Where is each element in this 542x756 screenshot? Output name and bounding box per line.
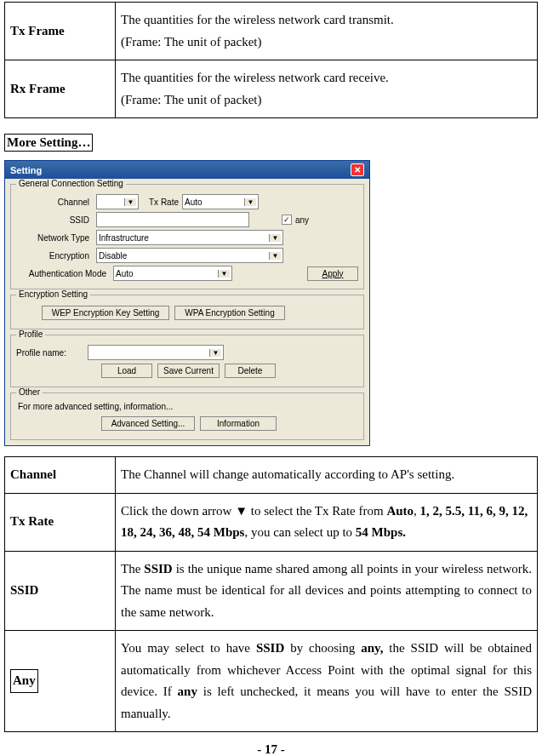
chevron-down-icon[interactable]: ▼ <box>244 198 256 206</box>
page-number: - 17 - <box>4 742 538 756</box>
network-type-select[interactable]: Infrastructure▼ <box>96 230 283 245</box>
channel-label: Channel <box>16 198 93 207</box>
other-desc: For more advanced setting, information..… <box>18 402 358 411</box>
txrate-row-desc: Click the down arrow ▼ to select the Tx … <box>116 493 538 551</box>
dialog-title: Setting <box>10 165 42 175</box>
any-row-desc: You may select to have SSID by choosing … <box>116 631 538 732</box>
save-current-button[interactable]: Save Current <box>157 364 220 378</box>
profile-name-label: Profile name: <box>16 348 84 358</box>
table-row: Any You may select to have SSID by choos… <box>5 631 538 732</box>
bold-text: SSID <box>256 641 284 655</box>
encryption-setting-group: Encryption Setting WEP Encryption Key Se… <box>10 295 364 329</box>
load-button[interactable]: Load <box>101 364 152 378</box>
top-definition-table: Tx Frame The quantities for the wireless… <box>4 2 538 118</box>
setting-dialog: Setting ✕ General Connection Setting Cha… <box>4 160 370 446</box>
bold-text: any, <box>361 641 383 655</box>
ssid-label: SSID <box>16 215 93 225</box>
table-row: Rx Frame The quantities for the wireless… <box>5 60 538 118</box>
bold-text: SSID <box>144 562 172 576</box>
ssid-input[interactable] <box>96 212 249 227</box>
chevron-down-icon[interactable]: ▼ <box>269 234 281 242</box>
rx-frame-label: Rx Frame <box>5 60 116 118</box>
other-group: Other For more advanced setting, informa… <box>10 392 364 440</box>
bottom-definition-table: Channel The Channel will change automati… <box>4 456 538 732</box>
group-title: Other <box>16 387 43 397</box>
wpa-button[interactable]: WPA Encryption Setting <box>174 306 285 320</box>
text: The <box>121 562 144 576</box>
more-setting-heading: More Setting… <box>4 134 93 152</box>
table-row: Tx Frame The quantities for the wireless… <box>5 3 538 60</box>
wep-button[interactable]: WEP Encryption Key Setting <box>42 306 169 320</box>
close-icon[interactable]: ✕ <box>351 163 364 176</box>
delete-button[interactable]: Delete <box>225 364 276 378</box>
group-title: Profile <box>16 329 45 339</box>
channel-select[interactable]: ▼ <box>96 194 139 209</box>
table-row: SSID The SSID is the unique name shared … <box>5 551 538 631</box>
table-row: Channel The Channel will change automati… <box>5 457 538 494</box>
chevron-down-icon[interactable]: ▼ <box>124 198 136 206</box>
channel-row-desc: The Channel will change automatically ac… <box>116 457 538 494</box>
apply-button[interactable]: Apply <box>307 266 358 281</box>
auth-mode-select[interactable]: Auto▼ <box>113 266 232 281</box>
txrate-label: Tx Rate <box>149 198 179 207</box>
any-label: any <box>295 215 309 225</box>
auth-mode-label: Authentication Mode <box>16 269 110 278</box>
chevron-down-icon[interactable]: ▼ <box>218 270 230 278</box>
encryption-label: Encryption <box>16 251 93 261</box>
bold-text: any <box>178 684 197 698</box>
bold-text: Auto <box>386 504 414 518</box>
any-checkbox[interactable]: ✓ <box>282 215 292 225</box>
desc-line: The quantities for the wireless network … <box>121 67 532 89</box>
rx-frame-desc: The quantities for the wireless network … <box>116 60 538 118</box>
network-type-label: Network Type <box>16 233 93 243</box>
text: is the unique name shared among all poin… <box>121 562 532 619</box>
group-title: Encryption Setting <box>16 289 90 299</box>
txrate-select[interactable]: Auto▼ <box>182 194 259 209</box>
text: , you can select up to <box>244 525 355 539</box>
group-title: General Connection Setting <box>16 179 126 188</box>
general-connection-group: General Connection Setting Channel ▼ Tx … <box>10 184 364 289</box>
bold-text: 54 Mbps. <box>356 525 406 539</box>
chevron-down-icon[interactable]: ▼ <box>269 252 281 260</box>
any-row-label-cell: Any <box>5 631 116 732</box>
information-button[interactable]: Information <box>200 416 277 431</box>
ssid-row-desc: The SSID is the unique name shared among… <box>116 551 538 631</box>
text: Click the down arrow ▼ to select the Tx … <box>121 504 386 518</box>
txrate-value: Auto <box>185 198 203 207</box>
tx-frame-desc: The quantities for the wireless network … <box>116 3 538 60</box>
ssid-row-label: SSID <box>5 551 116 631</box>
text: , <box>414 504 420 518</box>
txrate-row-label: Tx Rate <box>5 493 116 551</box>
any-row-label: Any <box>10 669 38 693</box>
advanced-setting-button[interactable]: Advanced Setting... <box>101 416 195 431</box>
desc-line: (Frame: The unit of packet) <box>121 89 532 112</box>
auth-mode-value: Auto <box>116 269 134 278</box>
chevron-down-icon[interactable]: ▼ <box>209 349 221 357</box>
desc-line: The quantities for the wireless network … <box>121 9 532 32</box>
desc-line: (Frame: The unit of packet) <box>121 32 532 54</box>
text: by choosing <box>284 641 361 655</box>
tx-frame-label: Tx Frame <box>5 3 116 60</box>
profile-group: Profile Profile name: ▼ Load Save Curren… <box>10 335 364 387</box>
profile-name-select[interactable]: ▼ <box>88 345 224 360</box>
encryption-value: Disable <box>99 251 127 261</box>
text: You may select to have <box>121 641 256 655</box>
dialog-title-bar: Setting ✕ <box>5 161 369 179</box>
network-type-value: Infrastructure <box>99 233 149 243</box>
encryption-select[interactable]: Disable▼ <box>96 248 283 263</box>
channel-row-label: Channel <box>5 457 116 494</box>
table-row: Tx Rate Click the down arrow ▼ to select… <box>5 493 538 551</box>
